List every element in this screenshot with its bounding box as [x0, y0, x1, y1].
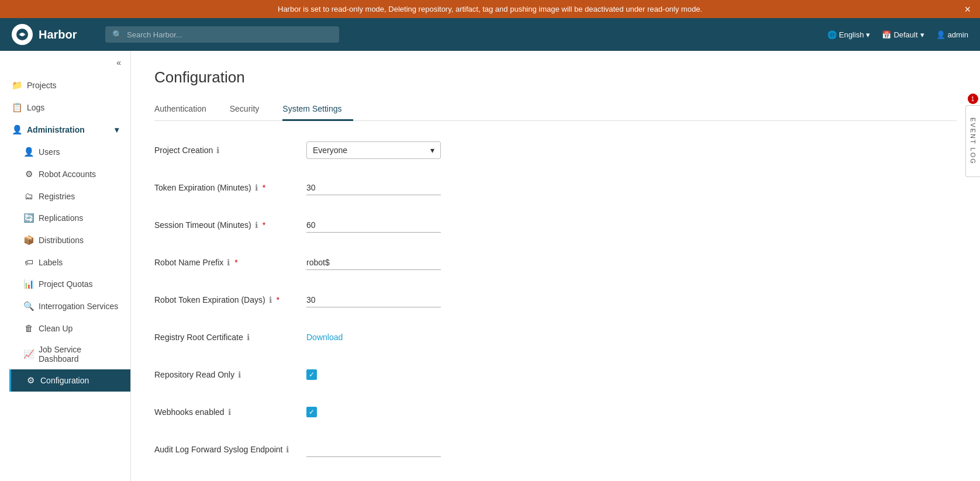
robot-token-expiration-input[interactable]: [306, 293, 441, 307]
sidebar-administration-section[interactable]: 👤 Administration ▾: [0, 119, 130, 141]
svg-point-1: [20, 33, 24, 36]
label-registry-root-certificate: Registry Root Certificate ℹ: [154, 333, 306, 342]
language-label: English: [839, 30, 864, 39]
download-registry-cert: Download: [306, 333, 441, 342]
configuration-form: Project Creation ℹ Everyone ▾ Token Expi…: [154, 139, 622, 481]
sidebar-item-projects[interactable]: 📁 Projects: [0, 74, 130, 96]
page-title: Configuration: [154, 68, 957, 86]
sidebar-item-users[interactable]: 👤 Users: [9, 141, 130, 163]
info-icon-registry-cert[interactable]: ℹ: [247, 333, 250, 342]
checkbox-repository-read-only: ✓: [306, 369, 441, 380]
sidebar-item-labels[interactable]: 🏷 Labels: [9, 251, 130, 273]
sidebar-item-configuration[interactable]: ⚙ Configuration: [9, 369, 130, 392]
sidebar-item-distributions[interactable]: 📦 Distributions: [9, 229, 130, 251]
info-icon-repo-read-only[interactable]: ℹ: [238, 370, 241, 379]
sidebar-label-robot-accounts: Robot Accounts: [39, 169, 96, 179]
robot-name-prefix-input[interactable]: [306, 255, 441, 270]
administration-label: Administration: [27, 125, 85, 134]
field-repository-read-only: Repository Read Only ℹ ✓: [154, 363, 622, 386]
search-icon: 🔍: [112, 30, 122, 39]
download-certificate-link[interactable]: Download: [306, 333, 343, 342]
logo[interactable]: Harbor: [12, 24, 105, 45]
header-right: 🌐 English ▾ 📅 Default ▾ 👤 admin: [827, 30, 968, 39]
field-webhooks-enabled: Webhooks enabled ℹ ✓: [154, 400, 622, 424]
sidebar-label-job-service: Job Service Dashboard: [39, 345, 119, 364]
interrogation-icon: 🔍: [23, 301, 34, 312]
info-icon-webhooks[interactable]: ℹ: [228, 407, 231, 417]
label-audit-log-endpoint: Audit Log Forward Syslog Endpoint ℹ: [154, 445, 306, 454]
main-content: Configuration Authentication Security Sy…: [131, 51, 980, 481]
info-icon-project-creation[interactable]: ℹ: [216, 146, 219, 155]
sidebar-label-registries: Registries: [39, 192, 75, 201]
label-project-creation: Project Creation ℹ: [154, 146, 306, 155]
webhooks-enabled-checkbox[interactable]: ✓: [306, 407, 317, 417]
language-selector[interactable]: 🌐 English ▾: [827, 30, 871, 39]
sidebar-item-project-quotas[interactable]: 📊 Project Quotas: [9, 273, 130, 295]
search-placeholder: Search Harbor...: [127, 30, 182, 39]
dropdown-project-creation[interactable]: Everyone ▾: [306, 141, 441, 159]
sidebar-label-distributions: Distributions: [39, 236, 84, 245]
field-audit-log-endpoint: Audit Log Forward Syslog Endpoint ℹ: [154, 438, 622, 461]
replications-icon: 🔄: [23, 213, 34, 223]
sidebar-label-labels: Labels: [39, 258, 63, 267]
cleanup-icon: 🗑: [23, 323, 34, 333]
input-robot-token-expiration: [306, 293, 441, 307]
sidebar-item-replications[interactable]: 🔄 Replications: [9, 207, 130, 229]
configuration-icon: ⚙: [25, 375, 36, 386]
session-timeout-input[interactable]: [306, 218, 441, 233]
labels-icon: 🏷: [23, 257, 34, 267]
info-icon-robot-token-expiration[interactable]: ℹ: [269, 295, 272, 304]
logs-icon: 📋: [12, 102, 22, 113]
required-token-expiration: *: [263, 183, 265, 192]
sidebar-label-projects: Projects: [27, 81, 57, 90]
tab-authentication[interactable]: Authentication: [154, 98, 218, 121]
info-icon-robot-name-prefix[interactable]: ℹ: [227, 258, 230, 267]
input-audit-log-endpoint: [306, 442, 441, 457]
sidebar-item-registries[interactable]: 🗂 Registries: [9, 185, 130, 207]
tab-system-settings[interactable]: System Settings: [282, 98, 353, 121]
sidebar-label-cleanup: Clean Up: [39, 324, 73, 333]
top-banner: Harbor is set to read-only mode, Deletin…: [0, 0, 980, 18]
administration-chevron-icon: ▾: [115, 125, 119, 134]
collapse-icon: «: [116, 58, 121, 67]
audit-log-endpoint-input[interactable]: [306, 442, 441, 457]
sidebar-toggle-button[interactable]: «: [0, 51, 130, 74]
administration-icon: 👤: [12, 124, 22, 135]
token-expiration-input[interactable]: [306, 181, 441, 195]
sidebar-item-job-service-dashboard[interactable]: 📈 Job Service Dashboard: [9, 339, 130, 369]
event-log-tab[interactable]: EVENT LOG: [965, 105, 980, 177]
sidebar: « 📁 Projects 📋 Logs 👤 Administration ▾ 👤…: [0, 51, 131, 481]
user-icon: 👤: [936, 30, 946, 39]
required-robot-token-expiration: *: [277, 295, 279, 304]
sidebar-item-logs[interactable]: 📋 Logs: [0, 96, 130, 119]
tab-security[interactable]: Security: [230, 98, 271, 121]
banner-close-button[interactable]: ×: [964, 3, 971, 15]
sidebar-item-interrogation-services[interactable]: 🔍 Interrogation Services: [9, 295, 130, 317]
field-skip-audit-log-database: Skip Audit Log Database ℹ: [154, 475, 622, 481]
globe-icon: 🌐: [827, 30, 837, 39]
event-log-wrapper: 1 EVENT LOG: [965, 94, 980, 177]
sidebar-item-cleanup[interactable]: 🗑 Clean Up: [9, 317, 130, 339]
label-repository-read-only: Repository Read Only ℹ: [154, 370, 306, 379]
sidebar-label-logs: Logs: [27, 103, 44, 112]
field-registry-root-certificate: Registry Root Certificate ℹ Download: [154, 326, 622, 349]
logo-text: Harbor: [39, 28, 77, 41]
required-robot-name-prefix: *: [234, 258, 237, 267]
search-bar[interactable]: 🔍 Search Harbor...: [105, 26, 339, 43]
info-icon-audit-log[interactable]: ℹ: [286, 445, 289, 454]
theme-chevron-icon: ▾: [920, 30, 924, 39]
tab-bar: Authentication Security System Settings: [154, 98, 957, 121]
user-menu[interactable]: 👤 admin: [936, 30, 968, 39]
repository-read-only-checkbox[interactable]: ✓: [306, 369, 317, 380]
theme-selector[interactable]: 📅 Default ▾: [882, 30, 924, 39]
sidebar-label-replications: Replications: [39, 213, 83, 223]
sidebar-item-robot-accounts[interactable]: ⚙ Robot Accounts: [9, 163, 130, 185]
banner-message: Harbor is set to read-only mode, Deletin…: [278, 5, 702, 13]
header: Harbor 🔍 Search Harbor... 🌐 English ▾ 📅 …: [0, 18, 980, 51]
info-icon-token-expiration[interactable]: ℹ: [255, 183, 258, 192]
sidebar-sub-menu: 👤 Users ⚙ Robot Accounts 🗂 Registries 🔄 …: [0, 141, 130, 392]
registries-icon: 🗂: [23, 191, 34, 201]
field-project-creation: Project Creation ℹ Everyone ▾: [154, 139, 622, 162]
info-icon-session-timeout[interactable]: ℹ: [255, 220, 258, 230]
label-token-expiration: Token Expiration (Minutes) ℹ *: [154, 183, 306, 192]
